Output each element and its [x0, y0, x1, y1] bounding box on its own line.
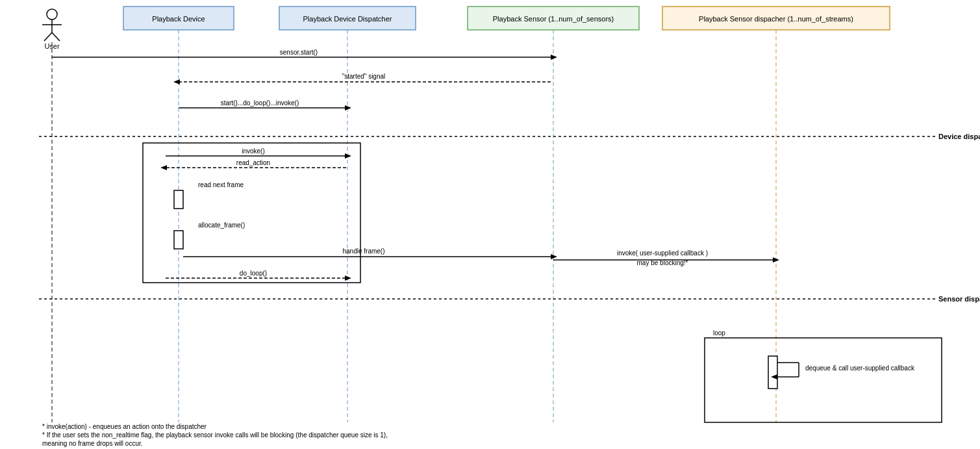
msg-invoke: invoke()	[242, 148, 265, 155]
actor-sensor: Playback Sensor (1..num_of_sensors)	[493, 15, 614, 23]
svg-rect-29	[174, 190, 183, 209]
svg-rect-30	[174, 231, 183, 249]
svg-rect-0	[0, 0, 980, 449]
msg-start-doloop-invoke: start()...do_loop()...invoke()	[221, 99, 299, 107]
msg-dequeue-callback: dequeue & call user-supplied callback	[805, 365, 915, 372]
msg-do-loop: do_loop()	[240, 270, 267, 277]
svg-rect-38	[768, 356, 777, 389]
footnote-2: * If the user sets the non_realtime flag…	[42, 431, 388, 439]
sensor-dispatcher-thread-label: Sensor dispatcher thread	[938, 295, 980, 303]
msg-started-signal: "started" signal	[342, 73, 386, 80]
label-read-next-frame: read next frame	[198, 181, 244, 188]
msg-invoke-callback: invoke( user-supplied callback )	[617, 250, 708, 257]
actor-sensor-dispatcher: Playback Sensor dispacher (1..num_of_str…	[699, 15, 853, 23]
msg-handle-frame: handle frame()	[342, 248, 384, 255]
label-allocate-frame: allocate_frame()	[198, 222, 245, 229]
actor-playback-device: Playback Device	[152, 15, 205, 23]
footnote-3: meaning no frame drops will occur.	[42, 440, 143, 447]
msg-may-blocking: may be blocking!*	[637, 259, 688, 266]
msg-read-action: read_action	[236, 159, 270, 166]
loop-label: loop	[713, 329, 725, 337]
actor-dispatcher: Playback Device Dispatcher	[303, 15, 392, 23]
msg-sensor-start: sensor.start()	[280, 49, 318, 56]
footnote-1: * invoke(action) - enqueues an action on…	[42, 423, 207, 430]
device-dispatcher-thread-label: Device dispatcher thread	[938, 133, 980, 140]
